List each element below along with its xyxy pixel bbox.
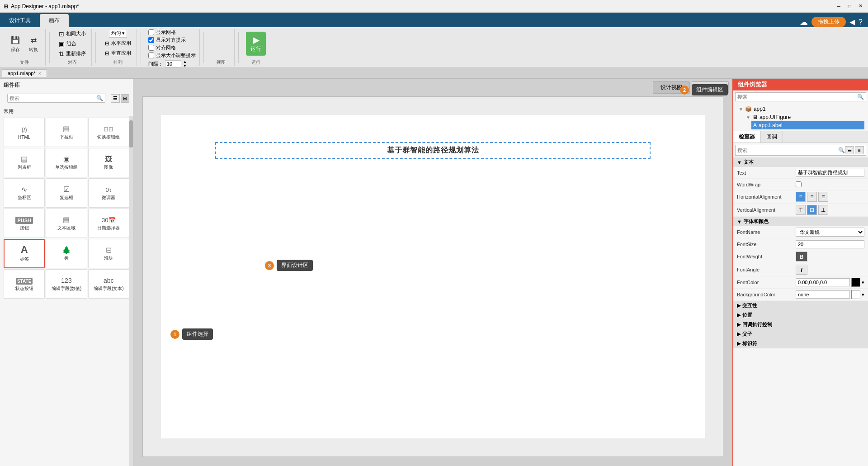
close-button[interactable]: ✕ [856, 2, 864, 10]
app1-icon: 📦 [745, 106, 752, 112]
same-size-button[interactable]: ⊡ 相同大小 [57, 29, 88, 38]
arrow-left-icon[interactable]: ◀ [849, 18, 855, 26]
halign-right-button[interactable]: ≡ [818, 192, 828, 202]
canvas-label-element[interactable]: 基于群智能的路径规划算法 [215, 142, 651, 159]
section-font-header[interactable]: ▼ 字体和颜色 [733, 217, 868, 226]
list-view-button[interactable]: ☰ [111, 94, 120, 103]
comp-item-checkbox[interactable]: ☑复选框 [46, 178, 87, 208]
gap-down-arrow[interactable]: ▼ [183, 64, 187, 68]
run-button[interactable]: ▶ 运行 [246, 32, 266, 56]
app-title: App Designer - app1.mlapp* [11, 3, 79, 10]
comp-item-date-picker[interactable]: 30📅日期选择器 [88, 209, 129, 238]
scrollbar-track[interactable] [129, 116, 133, 466]
prop-valign-value: ⊤ ⊟ ⊥ [796, 205, 864, 215]
properties-panel[interactable]: ▼ 文本 Text WordWrap HorizontalAlignment ≡ [733, 157, 868, 466]
valign-middle-button[interactable]: ⊟ [807, 205, 817, 215]
comp-item-listbox[interactable]: ▤列表框 [4, 148, 45, 177]
valign-top-button[interactable]: ⊤ [796, 205, 806, 215]
prop-text-value [796, 169, 864, 177]
bgcolor-swatch[interactable] [851, 290, 860, 299]
inspector-tab-callback[interactable]: 回调 [761, 131, 783, 143]
comp-item-tree[interactable]: 🌲树 [46, 239, 87, 268]
tooltip-interface-design: 3 界面设计区 [265, 260, 313, 271]
show-grid-checkbox[interactable] [148, 29, 154, 35]
comp-item-axes[interactable]: ∿坐标区 [4, 178, 45, 208]
grid-view-button[interactable]: ⊞ [121, 94, 129, 103]
gap-input[interactable] [165, 60, 181, 67]
comp-item-state-btn[interactable]: STATE状态按钮 [4, 269, 45, 299]
view-toggle-bar: 设计视图 代码视图 [133, 79, 732, 96]
expand-all-button[interactable]: ☰ [845, 146, 854, 154]
collapse-all-button[interactable]: ≡ [855, 146, 864, 154]
doc-tab-close[interactable]: × [38, 71, 41, 76]
comp-item-spinner[interactable]: 0↕微调器 [88, 178, 129, 208]
text-input[interactable] [796, 169, 864, 177]
halign-center-button[interactable]: ≡ [807, 192, 817, 202]
tree-uifigure[interactable]: ▼ 🖥 app.UIFigure [744, 113, 864, 121]
comp-item-html[interactable]: ⟨/⟩HTML [4, 118, 45, 147]
section-text-header[interactable]: ▼ 文本 [733, 157, 868, 167]
tab-canvas[interactable]: 画布 [40, 14, 69, 27]
tree-app1[interactable]: ▼ 📦 app1 [737, 105, 864, 113]
comp-item-edit-num[interactable]: 123编辑字段(数值) [46, 269, 87, 299]
show-resize-tips-checkbox[interactable] [148, 52, 154, 58]
inspector-search-input[interactable] [737, 147, 838, 153]
right-search-input[interactable] [737, 94, 857, 100]
comp-item-textarea[interactable]: ▤文本区域 [46, 209, 87, 238]
section-position-header[interactable]: ▶ 位置 [733, 310, 868, 320]
wordwrap-checkbox[interactable] [796, 181, 802, 187]
help-icon[interactable]: ? [859, 18, 863, 26]
comp-item-toggle-btn[interactable]: ⊡⊡切换按钮组 [88, 118, 129, 147]
fontweight-bold-button[interactable]: B [796, 252, 807, 262]
valign-bottom-button[interactable]: ⊥ [818, 205, 828, 215]
align-grid-checkbox[interactable] [148, 45, 154, 51]
bgcolor-input[interactable] [796, 290, 850, 299]
gap-up-arrow[interactable]: ▲ [183, 60, 187, 64]
fontangle-italic-button[interactable]: I [796, 265, 807, 275]
section-callback-header[interactable]: ▶ 回调执行控制 [733, 320, 868, 329]
fontsize-input[interactable] [796, 240, 864, 248]
comp-item-slider[interactable]: ⊟滑块 [88, 239, 129, 268]
tree-label[interactable]: A app.Label [751, 121, 864, 129]
fontcolor-input[interactable] [796, 278, 850, 286]
design-canvas[interactable]: 基于群智能的路径规划算法 3 界面设计区 [142, 96, 723, 457]
comp-item-edit-text[interactable]: abc编辑字段(文本) [88, 269, 129, 299]
section-parent-header[interactable]: ▶ 父子 [733, 329, 868, 339]
save-button[interactable]: 💾 保存 [7, 33, 24, 55]
horizontal-apply-button[interactable]: ⊟ 水平应用 [103, 39, 133, 48]
tree-arrow-uifigure: ▼ [746, 115, 750, 120]
listbox-icon: ▤ [21, 155, 28, 163]
minimize-button[interactable]: ─ [835, 2, 843, 10]
fontcolor-swatch[interactable] [851, 278, 860, 287]
doc-tab-app1[interactable]: app1.mlapp* × [2, 69, 47, 77]
comp-item-radio-btn[interactable]: ◉单选按钮组 [46, 148, 87, 177]
component-search-input[interactable] [9, 95, 96, 101]
component-scroll[interactable]: ⟨/⟩HTML▤下拉框⊡⊡切换按钮组▤列表框◉单选按钮组🖼图像∿坐标区☑复选框0… [0, 116, 133, 466]
ribbon-group-spacing: 显示网格 显示对齐提示 对齐网格 显示大小调整提示 间隔： ▲ ▼ [145, 29, 200, 66]
comp-item-label[interactable]: A标签 [4, 239, 45, 268]
reorder-button[interactable]: ⇅ 重新排序 [57, 49, 88, 58]
section-identifier-header[interactable]: ▶ 标识符 [733, 339, 868, 348]
upload-button[interactable]: 拖拽上传 [811, 17, 846, 27]
convert-button[interactable]: ⇄ 转换 [25, 33, 42, 55]
comp-item-dropdown[interactable]: ▤下拉框 [46, 118, 87, 147]
align-group-label: 对齐 [68, 58, 77, 66]
group-button[interactable]: ▣ 组合 [57, 39, 88, 48]
inspector-tab-inspector[interactable]: 检查器 [733, 131, 761, 143]
maximize-button[interactable]: □ [845, 2, 854, 10]
comp-item-image[interactable]: 🖼图像 [88, 148, 129, 177]
halign-left-button[interactable]: ≡ [796, 192, 806, 202]
button-label: 按钮 [20, 225, 29, 231]
arrange-combo[interactable]: 均匀 ▾ [109, 29, 127, 38]
tab-design[interactable]: 设计工具 [0, 14, 40, 27]
comp-item-button[interactable]: PUSH按钮 [4, 209, 45, 238]
show-align-tips-checkbox[interactable] [148, 37, 154, 43]
fontname-select[interactable]: 华文新魏 [796, 228, 864, 237]
section-interactivity-header[interactable]: ▶ 交互性 [733, 301, 868, 310]
scrollbar-thumb[interactable] [129, 120, 133, 147]
fontcolor-dropdown[interactable]: ▾ [862, 280, 864, 285]
cloud-icon[interactable]: ☁ [800, 17, 808, 27]
dropdown-label: 下拉框 [60, 134, 73, 140]
vertical-apply-button[interactable]: ⊟ 垂直应用 [103, 49, 133, 57]
bgcolor-dropdown[interactable]: ▾ [862, 292, 864, 298]
